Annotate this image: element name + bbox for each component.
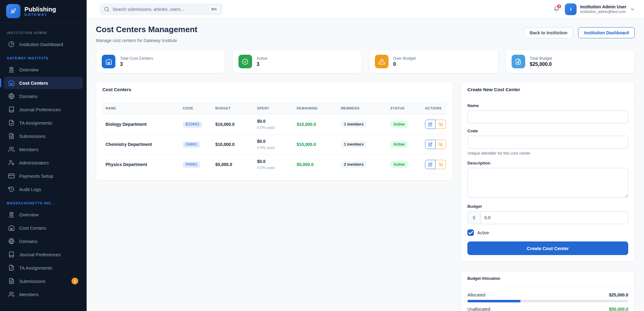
stat-label: Active — [257, 56, 268, 61]
active-checkbox[interactable] — [467, 229, 474, 236]
sidebar-item-domains[interactable]: Domains — [4, 90, 83, 102]
currency-addon: $ — [468, 211, 481, 224]
cost-centers-icon — [102, 55, 115, 68]
code-field[interactable] — [467, 136, 628, 149]
remaining-value: $10,000.0 — [297, 142, 338, 147]
name-field[interactable] — [467, 110, 628, 123]
sidebar-item-label: Members — [19, 147, 39, 152]
sidebar-item-label: Administrators — [19, 160, 49, 165]
deactivate-button[interactable] — [436, 160, 446, 169]
create-cost-center-button[interactable]: Create Cost Center — [467, 241, 628, 255]
stat-label: Over Budget — [393, 56, 416, 61]
chevron-down-icon — [630, 6, 635, 12]
sidebar-item-overview[interactable]: Overview — [4, 208, 83, 221]
stat-value: $25,000.0 — [530, 62, 552, 67]
stat-value: 0 — [393, 62, 416, 67]
sidebar-item-ta-assignments[interactable]: TA Assignments — [4, 117, 83, 129]
sidebar-item-cost-centers[interactable]: Cost Centers — [4, 77, 83, 89]
institution-dashboard-button[interactable]: Institution Dashboard — [578, 27, 635, 38]
budget-value: $10,000.0 — [215, 142, 254, 147]
sidebar-item-journal-preferences[interactable]: Journal Preferences — [4, 248, 83, 261]
sidebar-item-submissions[interactable]: Submissions — [4, 130, 83, 142]
column-header: Status — [387, 106, 422, 110]
brand[interactable]: Publishing GATEWAY — [0, 0, 87, 23]
sidebar-item-administrators[interactable]: Administrators — [4, 156, 83, 169]
sidebar-section-label: GATEWAY INSTITUTE — [0, 51, 87, 62]
sidebar-item-institution-dashboard[interactable]: Institution Dashboard — [4, 38, 83, 50]
sidebar-item-label: Payments Setup — [19, 173, 53, 179]
sidebar-item-members[interactable]: Members — [4, 288, 83, 300]
cost-center-code-chip: BIO001 — [183, 121, 202, 128]
unallocated-value: $50,000.0 — [609, 307, 628, 311]
column-header: Remaining — [294, 106, 338, 110]
sidebar-item-audit-logs[interactable]: Audit Logs — [4, 183, 83, 195]
column-header: Members — [338, 106, 387, 110]
remaining-value: $10,000.0 — [297, 122, 338, 127]
table-row: Physics DepartmentPH001$5,000.0$0.00.0% … — [102, 155, 446, 175]
edit-button[interactable] — [425, 160, 436, 169]
brand-tagline: GATEWAY — [24, 13, 56, 16]
cost-centers-icon — [8, 80, 15, 86]
sidebar-item-label: Overview — [19, 67, 39, 72]
sidebar-item-submissions[interactable]: Submissions1 — [4, 275, 83, 287]
stat-label: Total Cost Centers — [120, 56, 153, 61]
sidebar: Publishing GATEWAY INSTITUTION ADMINInst… — [0, 0, 87, 311]
notifications-button[interactable]: 3 — [554, 6, 559, 13]
column-header: Spent — [254, 106, 294, 110]
code-label: Code — [467, 129, 628, 133]
column-header: Budget — [212, 106, 254, 110]
user-cog-icon — [8, 160, 15, 166]
code-help-text: Unique identifier for this cost center — [467, 151, 628, 156]
sidebar-item-label: Domains — [19, 94, 37, 99]
column-header: Actions — [422, 106, 446, 110]
search-input[interactable] — [113, 7, 205, 12]
sidebar-item-label: TA Assignments — [19, 120, 52, 126]
users-icon — [8, 146, 15, 152]
page-header: Cost Centers Management Manage cost cent… — [96, 25, 635, 43]
table-header-row: NameCodeBudgetSpentRemainingMembersStatu… — [102, 102, 446, 114]
cost-center-name: Chemistry Department — [105, 142, 180, 147]
sidebar-item-cost-centers[interactable]: Cost Centers — [4, 222, 83, 234]
sidebar-item-ta-assignments[interactable]: TA Assignments — [4, 262, 83, 274]
sidebar-item-domains[interactable]: Domains — [4, 235, 83, 247]
remaining-value: $5,000.0 — [297, 162, 338, 167]
sidebar-section-label: MASSACHUSETTS INS... — [0, 196, 87, 207]
sidebar-item-payments-setup[interactable]: Payments Setup — [4, 170, 83, 182]
user-menu[interactable]: I Institution Admin User institution_adm… — [565, 3, 635, 15]
create-panel-title: Create New Cost Center — [467, 87, 628, 92]
deactivate-button[interactable] — [436, 140, 446, 149]
active-checkbox-label: Active — [477, 230, 489, 235]
global-search[interactable]: ⌘K — [100, 3, 223, 15]
sidebar-item-label: Overview — [19, 212, 39, 217]
stat-card-total-cost-centers: Total Cost Centers3 — [96, 50, 225, 73]
user-email: institution_admin@test.com — [580, 10, 626, 14]
user-name: Institution Admin User — [580, 4, 626, 10]
sidebar-item-label: Domains — [19, 239, 37, 244]
deactivate-button[interactable] — [436, 120, 446, 129]
sidebar-item-badge: 1 — [71, 278, 78, 284]
stat-card-total-budget: Total Budget$25,000.0 — [506, 50, 635, 73]
allocation-progress-track — [467, 300, 628, 302]
spent-percentage-note: 0.0% used — [257, 166, 294, 170]
table-row: Biology DepartmentBIO001$10,000.0$0.00.0… — [102, 114, 446, 134]
sidebar-item-overview[interactable]: Overview — [4, 63, 83, 76]
edit-button[interactable] — [425, 140, 436, 149]
edit-button[interactable] — [425, 120, 436, 129]
stat-card-over-budget: Over Budget0 — [369, 50, 498, 73]
sidebar-item-members[interactable]: Members — [4, 143, 83, 156]
back-to-institution-button[interactable]: Back to Institution — [524, 27, 573, 38]
budget-label: Budget — [467, 204, 628, 209]
sidebar-item-label: Audit Logs — [19, 187, 41, 192]
budget-field[interactable] — [481, 211, 628, 224]
allocation-panel-title: Budget Allocation — [467, 276, 628, 281]
pie-chart-icon — [8, 41, 15, 47]
landmark-icon — [8, 66, 15, 73]
members-badge: 1 members — [341, 121, 367, 128]
description-field[interactable] — [467, 168, 628, 198]
table-row: Chemistry DepartmentCH001$10,000.0$0.00.… — [102, 134, 446, 155]
sidebar-item-journal-preferences[interactable]: Journal Preferences — [4, 103, 83, 116]
sidebar-item-label: Journal Preferences — [19, 252, 61, 257]
stat-label: Total Budget — [530, 56, 552, 61]
brand-name: Publishing — [24, 6, 56, 13]
sidebar-item-label: Cost Centers — [19, 80, 48, 86]
